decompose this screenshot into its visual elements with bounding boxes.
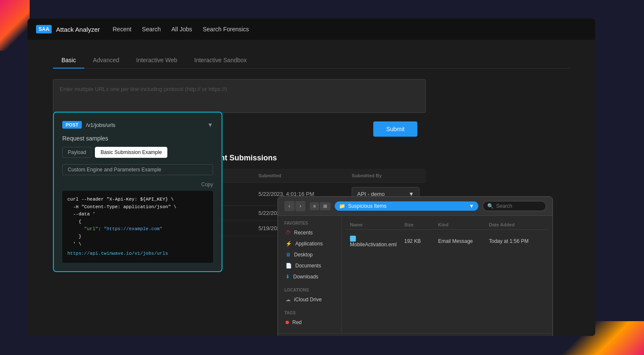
col-submitted-by: Submitted By xyxy=(352,173,419,178)
file-name: MobileActivation.eml xyxy=(350,235,404,248)
nav-recent[interactable]: Recent xyxy=(113,26,131,33)
sidebar-item-documents[interactable]: 📄 Documents xyxy=(282,261,337,271)
location-label: Suspicious Items xyxy=(348,203,386,209)
tab-basic[interactable]: Basic xyxy=(53,52,84,69)
app-title: Attack Analyzer xyxy=(56,26,100,33)
desktop-icon: 🖥 xyxy=(286,252,291,258)
file-dialog: ‹ › ≡ ⊞ 📁 Suspicious Items ▼ 🔍 Favorites xyxy=(278,196,553,336)
forward-button[interactable]: › xyxy=(295,201,305,211)
tab-advanced[interactable]: Advanced xyxy=(84,52,128,69)
file-dialog-toolbar: ‹ › ≡ ⊞ 📁 Suspicious Items ▼ 🔍 xyxy=(278,197,552,216)
file-dialog-body: Favorites ⏱ Recents ⚡ Applications 🖥 Des… xyxy=(278,216,552,333)
favorites-title: Favorites xyxy=(282,221,337,226)
view-buttons: ≡ ⊞ xyxy=(310,202,330,210)
tab-custom-engine[interactable]: Custom Engine and Parameters Example xyxy=(62,164,213,175)
search-input[interactable] xyxy=(496,203,541,209)
nav-arrows: ‹ › xyxy=(284,201,305,211)
sample-tabs: Payload Basic Submission Example xyxy=(62,147,213,158)
file-list-item[interactable]: MobileActivation.eml 192 KB Email Messag… xyxy=(346,232,548,251)
folder-icon: 📁 xyxy=(339,203,345,209)
sidebar-item-applications[interactable]: ⚡ Applications xyxy=(282,239,337,249)
col-file-name: Name xyxy=(350,222,404,227)
file-list-header: Name Size Kind Date Added xyxy=(346,220,548,230)
url-placeholder: Enter multiple URLs one per line includi… xyxy=(60,86,227,92)
file-kind: Email Message xyxy=(438,238,489,244)
search-icon: 🔍 xyxy=(487,203,494,209)
location-pill[interactable]: 📁 Suspicious Items ▼ xyxy=(335,201,478,211)
red-dot-icon xyxy=(286,321,289,324)
nav-links: Recent Search All Jobs Search Forensics xyxy=(113,26,249,33)
nav-search[interactable]: Search xyxy=(142,26,161,33)
download-icon: ⬇ xyxy=(286,274,290,280)
chevron-down-icon: ▼ xyxy=(469,203,474,209)
file-list: Name Size Kind Date Added MobileActivati… xyxy=(341,216,552,333)
file-dialog-footer: Cancel Open xyxy=(278,333,552,336)
tab-interactive-web[interactable]: Interactive Web xyxy=(128,52,186,69)
list-view-button[interactable]: ≡ xyxy=(310,202,319,210)
submit-button[interactable]: Submit xyxy=(373,121,417,137)
col-date-added: Date Added xyxy=(489,222,544,227)
sidebar-item-downloads[interactable]: ⬇ Downloads xyxy=(282,272,337,282)
back-button[interactable]: ‹ xyxy=(284,201,294,211)
logo-badge: SAA xyxy=(36,25,52,33)
logo: SAA Attack Analyzer xyxy=(36,25,100,33)
api-panel: POST /v1/jobs/urls ▼ Request samples Pay… xyxy=(53,112,222,272)
api-method-row: POST /v1/jobs/urls ▼ xyxy=(62,121,213,129)
file-sidebar: Favorites ⏱ Recents ⚡ Applications 🖥 Des… xyxy=(278,216,341,333)
col-kind: Kind xyxy=(438,222,489,227)
file-size: 192 KB xyxy=(404,238,438,244)
request-samples-title: Request samples xyxy=(62,135,213,142)
col-submitted: Submitted xyxy=(258,173,352,178)
navbar: SAA Attack Analyzer Recent Search All Jo… xyxy=(28,19,595,40)
nav-all-jobs[interactable]: All Jobs xyxy=(171,26,192,33)
corner-decoration-tl xyxy=(0,0,30,51)
code-block: curl --header "X-Api-Key: ${API_KEY} \ -… xyxy=(62,191,213,263)
file-date: Today at 1:56 PM xyxy=(489,238,544,244)
locations-title: Locations xyxy=(282,288,337,292)
apps-icon: ⚡ xyxy=(286,241,292,247)
url-input[interactable]: Enter multiple URLs one per line includi… xyxy=(53,79,426,113)
tab-interactive-sandbox[interactable]: Interactive Sandbox xyxy=(186,52,255,69)
clock-icon: ⏱ xyxy=(286,230,291,236)
tabs-bar: Basic Advanced Interactive Web Interacti… xyxy=(53,52,570,69)
col-size: Size xyxy=(404,222,438,227)
main-window: SAA Attack Analyzer Recent Search All Jo… xyxy=(28,19,595,336)
chevron-down-icon[interactable]: ▼ xyxy=(207,121,213,128)
sidebar-item-icloud[interactable]: ☁ iCloud Drive xyxy=(282,294,337,305)
method-badge: POST xyxy=(62,121,82,129)
grid-view-button[interactable]: ⊞ xyxy=(320,202,330,210)
cloud-icon: ☁ xyxy=(286,297,291,303)
file-icon xyxy=(350,236,356,242)
sidebar-item-desktop[interactable]: 🖥 Desktop xyxy=(282,250,337,260)
tab-payload[interactable]: Payload xyxy=(62,147,92,158)
sidebar-item-tag-red[interactable]: Red xyxy=(282,317,337,327)
api-path: /v1/jobs/urls xyxy=(86,122,203,128)
search-box[interactable]: 🔍 xyxy=(483,201,546,211)
document-icon: 📄 xyxy=(286,263,292,269)
tags-title: Tags xyxy=(282,311,337,315)
nav-search-forensics[interactable]: Search Forensics xyxy=(203,26,249,33)
copy-button[interactable]: Copy xyxy=(62,182,213,187)
sidebar-item-recents[interactable]: ⏱ Recents xyxy=(282,228,337,238)
tab-basic-submission[interactable]: Basic Submission Example xyxy=(95,147,167,158)
